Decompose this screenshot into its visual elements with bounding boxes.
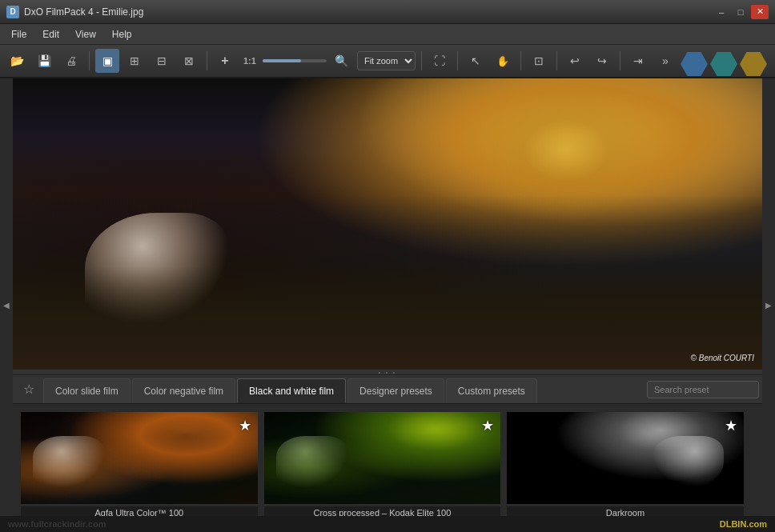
window-title: DxO FilmPack 4 - Emilie.jpg	[24, 6, 713, 18]
search-zoom-button[interactable]: 🔍	[330, 49, 354, 73]
save-button[interactable]: 💾	[32, 49, 56, 73]
tab-color-negative-film[interactable]: Color negative film	[132, 378, 235, 403]
hex-button-gold[interactable]	[740, 52, 767, 76]
plus-icon: +	[221, 54, 228, 68]
save-icon: 💾	[38, 54, 51, 67]
image-copyright: © Benoit COURTI	[691, 354, 754, 362]
zoom-1to1-label: 1:1	[240, 56, 259, 66]
sep4	[457, 51, 458, 70]
preset-star-agfa[interactable]: ★	[239, 417, 251, 434]
minimize-button[interactable]: –	[713, 5, 730, 19]
compare-icon: ⊠	[184, 54, 194, 67]
crop-icon: ⊡	[534, 54, 544, 67]
preset-thumb-img-cross	[264, 412, 501, 504]
sep7	[620, 51, 620, 70]
compare-button[interactable]: ⊠	[177, 49, 201, 73]
preset-tabs: ☆ Color slide film Color negative film B…	[13, 375, 762, 404]
star-icon: ☆	[23, 382, 34, 397]
tab-custom-presets[interactable]: Custom presets	[446, 378, 537, 403]
title-bar: D DxO FilmPack 4 - Emilie.jpg – □ ✕	[0, 0, 775, 24]
select-tool-button[interactable]: ↖	[464, 49, 488, 73]
tab-color-slide-film[interactable]: Color slide film	[43, 378, 131, 403]
filmstrip-section: ☆ Color slide film Color negative film B…	[13, 375, 762, 532]
preset-thumb-img-agfa	[21, 412, 258, 504]
tab-black-and-white-film[interactable]: Black and white film	[237, 378, 346, 403]
zoom-select[interactable]: Fit zoom 25% 50% 75% 100% 150% 200%	[357, 51, 416, 70]
sep3	[421, 51, 422, 70]
more-icon: »	[662, 54, 669, 67]
expand-icon: ⇥	[633, 54, 643, 67]
grid-icon: ⊟	[157, 54, 167, 67]
window-controls: – □ ✕	[713, 5, 769, 19]
left-panel-toggle[interactable]: ◀	[0, 78, 13, 532]
undo-button[interactable]: ↩	[563, 49, 587, 73]
right-chevron-icon: ▶	[765, 301, 772, 310]
open-button[interactable]: 📂	[5, 49, 29, 73]
toolbar: 📂 💾 🖨 ▣ ⊞ ⊟ ⊠ + 1:1 🔍 Fit zoom 25% 50% 7…	[0, 45, 775, 78]
hand-icon: ✋	[496, 55, 509, 67]
hex-button-blue[interactable]	[681, 52, 708, 76]
preset-thumbnails: ★ Agfa Ultra Color™ 100 ★ Cross processe…	[13, 404, 762, 532]
zoom-slider[interactable]	[263, 59, 327, 62]
undo-icon: ↩	[570, 54, 580, 67]
side-by-side-icon: ⊞	[130, 54, 139, 67]
preset-thumb-agfa[interactable]: ★ Agfa Ultra Color™ 100	[19, 410, 259, 522]
arrow-icon: ↖	[471, 54, 480, 67]
print-button[interactable]: 🖨	[59, 49, 83, 73]
search-preset-input[interactable]	[647, 381, 759, 398]
sep2	[207, 51, 207, 70]
side-by-side-button[interactable]: ⊞	[122, 49, 147, 73]
sep5	[520, 51, 521, 70]
menu-edit[interactable]: Edit	[34, 26, 67, 42]
watermark-text: www.fullcrackindir.com	[8, 519, 106, 529]
fullscreen-icon: ⛶	[434, 54, 445, 67]
preset-star-cross[interactable]: ★	[481, 417, 494, 434]
menu-help[interactable]: Help	[104, 26, 140, 42]
preset-thumb-img-darkroom	[507, 412, 744, 504]
bottom-bar: www.fullcrackindir.com DLBIN.com	[0, 516, 775, 532]
more-button[interactable]: »	[653, 49, 677, 73]
menu-file[interactable]: File	[3, 26, 34, 42]
dlbin-label: DLBIN.com	[720, 519, 767, 529]
app-icon: D	[6, 6, 19, 18]
redo-icon: ↪	[597, 54, 607, 67]
zoom-slider-track	[263, 59, 301, 62]
center-area: © Benoit COURTI ☆ Color slide film Color…	[13, 78, 762, 532]
single-view-icon: ▣	[102, 54, 113, 67]
tab-designer-presets[interactable]: Designer presets	[347, 378, 444, 403]
hex-button-group	[681, 52, 767, 76]
menu-view[interactable]: View	[67, 26, 104, 42]
menu-bar: File Edit View Help	[0, 24, 775, 45]
print-icon: 🖨	[66, 54, 77, 67]
main-area: ◀ © Benoit COURTI	[0, 78, 775, 532]
preset-thumb-darkroom[interactable]: ★ Darkroom	[505, 410, 745, 522]
single-view-button[interactable]: ▣	[95, 49, 119, 73]
hand-tool-button[interactable]: ✋	[491, 49, 515, 73]
sep6	[556, 51, 557, 70]
grip-handle[interactable]	[13, 369, 762, 375]
main-image: © Benoit COURTI	[13, 78, 762, 369]
magnify-icon: 🔍	[335, 54, 348, 67]
zoom-in-button[interactable]: +	[213, 49, 237, 73]
hex-button-teal[interactable]	[710, 52, 737, 76]
favorites-button[interactable]: ☆	[16, 375, 42, 403]
sep1	[89, 51, 90, 70]
right-panel-toggle[interactable]: ▶	[762, 78, 775, 532]
fullscreen-button[interactable]: ⛶	[428, 49, 452, 73]
image-viewport: © Benoit COURTI	[13, 78, 762, 369]
left-chevron-icon: ◀	[3, 301, 10, 310]
close-button[interactable]: ✕	[751, 5, 769, 19]
maximize-button[interactable]: □	[732, 5, 749, 19]
redo-button[interactable]: ↪	[590, 49, 614, 73]
expand-panel-button[interactable]: ⇥	[626, 49, 650, 73]
grid-view-button[interactable]: ⊟	[150, 49, 174, 73]
preset-star-darkroom[interactable]: ★	[725, 417, 737, 434]
crop-button[interactable]: ⊡	[527, 49, 551, 73]
preset-thumb-cross[interactable]: ★ Cross processed – Kodak Elite 100	[263, 410, 503, 522]
folder-icon: 📂	[10, 54, 24, 67]
